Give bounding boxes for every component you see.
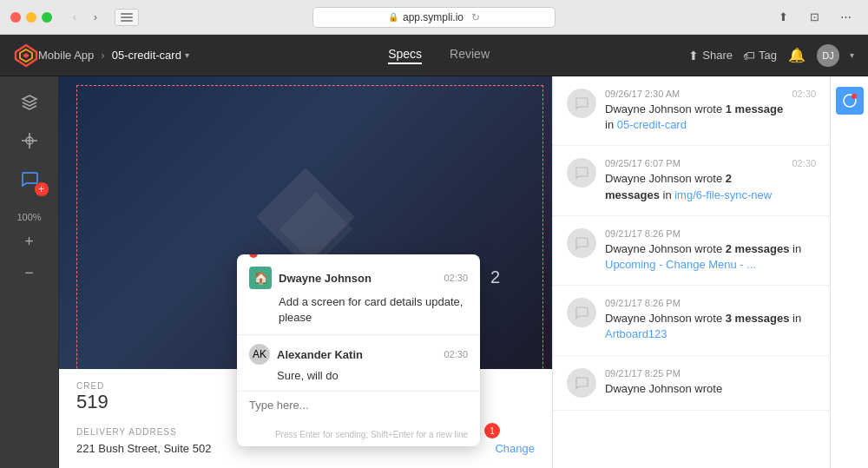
activity-content: 09/21/17 8:26 PM Dwayne Johnson wrote 3 … <box>605 298 816 342</box>
activity-link[interactable]: Upcoming - Change Menu - ... <box>605 258 756 271</box>
tag-label: Tag <box>759 49 777 62</box>
list-item: 09/21/17 8:26 PM Dwayne Johnson wrote 2 … <box>553 216 830 286</box>
reply-avatar: AK <box>249 344 270 365</box>
activity-text: Dwayne Johnson wrote 2 messages in Upcom… <box>605 241 816 273</box>
comment-user: 🏠 Dwayne Johnson <box>249 267 372 289</box>
left-sidebar: + 100% + − <box>0 76 59 468</box>
more-icon[interactable]: ⋯ <box>833 9 858 26</box>
toolbar-tabs: Specs Review <box>189 47 688 64</box>
activity-feed: 09/26/17 2:30 AM Dwayne Johnson wrote 1 … <box>553 76 830 468</box>
svg-marker-6 <box>23 96 36 102</box>
list-item: 09/25/17 6:07 PM Dwayne Johnson wrote 2 … <box>553 146 830 215</box>
titlebar: ‹ › 🔒 app.sympli.io ↻ ⬆ ⊡ ⋯ <box>0 0 868 35</box>
right-panel: 09/26/17 2:30 AM Dwayne Johnson wrote 1 … <box>552 76 830 468</box>
refresh-icon[interactable]: ↻ <box>471 11 480 23</box>
zoom-in-button[interactable]: + <box>16 229 43 254</box>
reply-user: AK Alexander Katin <box>249 344 363 365</box>
share-icon: ⬆ <box>688 49 699 63</box>
activity-side-time: 02:30 <box>792 158 816 168</box>
far-right-bar <box>830 76 868 468</box>
activity-content: 09/21/17 8:25 PM Dwayne Johnson wrote <box>605 368 722 397</box>
activity-time: 09/25/17 6:07 PM <box>605 158 783 168</box>
breadcrumb-separator: › <box>101 49 104 62</box>
comment-header: 🏠 Dwayne Johnson 02:30 <box>249 267 468 289</box>
reply-header: AK Alexander Katin 02:30 <box>249 344 468 365</box>
activity-side-time: 02:30 <box>792 89 816 99</box>
comment-time: 02:30 <box>444 273 468 283</box>
activity-avatar <box>567 89 596 118</box>
activity-time: 09/21/17 8:26 PM <box>605 228 816 239</box>
nav-arrows: ‹ › <box>66 9 104 26</box>
close-button[interactable] <box>10 12 21 23</box>
crosshair-tool[interactable] <box>12 125 47 156</box>
change-link[interactable]: Change <box>495 442 535 455</box>
comment-input-area[interactable]: Press Enter for sending; Shift+Enter for… <box>237 391 480 446</box>
tab-specs[interactable]: Specs <box>388 47 422 64</box>
layers-tool[interactable] <box>12 87 47 118</box>
svg-rect-1 <box>121 16 133 18</box>
comment-tool[interactable]: + <box>12 163 47 194</box>
tab-review[interactable]: Review <box>450 47 490 64</box>
card-number-display: 2 <box>490 267 500 287</box>
reply-section: AK Alexander Katin 02:30 Sure, will do <box>237 334 480 391</box>
activity-time: 09/26/17 2:30 AM <box>605 89 783 99</box>
activity-avatar <box>567 298 596 327</box>
notification-icon[interactable]: 🔔 <box>787 46 806 65</box>
fullscreen-icon[interactable]: ⊡ <box>802 9 826 26</box>
activity-content: 09/26/17 2:30 AM Dwayne Johnson wrote 1 … <box>605 89 783 133</box>
activity-avatar <box>567 368 596 398</box>
tag-button[interactable]: 🏷 Tag <box>743 49 777 63</box>
breadcrumb: Mobile App › 05-credit-card ▾ <box>38 49 189 62</box>
comment-body: 🏠 Dwayne Johnson 02:30 Add a screen for … <box>237 254 480 334</box>
toolbar-right: ⬆ Share 🏷 Tag 🔔 DJ ▾ <box>688 44 854 67</box>
back-button[interactable]: ‹ <box>66 9 83 26</box>
comment-text: Add a screen for card details update, pl… <box>249 294 468 326</box>
list-item: 09/21/17 8:26 PM Dwayne Johnson wrote 3 … <box>553 286 830 355</box>
current-file-name: 05-credit-card <box>112 49 181 62</box>
share-button[interactable]: ⬆ Share <box>688 49 733 63</box>
minimize-button[interactable] <box>26 12 36 23</box>
list-item: 09/21/17 8:25 PM Dwayne Johnson wrote <box>553 356 830 411</box>
activity-link[interactable]: 05-credit-card <box>617 118 687 131</box>
titlebar-right: ⬆ ⊡ ⋯ <box>771 9 858 26</box>
comment-popup: 🏠 Dwayne Johnson 02:30 Add a screen for … <box>237 254 480 446</box>
activity-text: Dwayne Johnson wrote 3 messages in Artbo… <box>605 311 816 342</box>
list-item: 09/26/17 2:30 AM Dwayne Johnson wrote 1 … <box>553 76 830 146</box>
app-toolbar: Mobile App › 05-credit-card ▾ Specs Revi… <box>0 35 868 76</box>
breadcrumb-project[interactable]: Mobile App <box>38 49 94 62</box>
activity-text: Dwayne Johnson wrote 2 messages in img/6… <box>605 171 783 202</box>
activity-time: 09/21/17 8:25 PM <box>605 368 722 379</box>
activity-avatar <box>567 158 596 188</box>
zoom-level: 100% <box>16 212 41 222</box>
maximize-button[interactable] <box>42 12 52 23</box>
comment-input[interactable] <box>249 399 468 425</box>
account-chevron: ▾ <box>850 50 854 60</box>
change-badge: 1 <box>484 423 500 438</box>
share-label: Share <box>702 49 733 62</box>
tab-icon <box>115 9 139 26</box>
zoom-out-button[interactable]: − <box>16 260 43 285</box>
forward-button[interactable]: › <box>87 9 104 26</box>
address-bar[interactable]: 🔒 app.sympli.io ↻ <box>312 7 556 28</box>
svg-rect-2 <box>121 20 133 22</box>
input-hint: Press Enter for sending; Shift+Enter for… <box>249 430 468 439</box>
breadcrumb-current[interactable]: 05-credit-card ▾ <box>112 49 189 62</box>
activity-icon[interactable] <box>836 87 864 115</box>
user-avatar[interactable]: DJ <box>817 44 839 67</box>
app-logo <box>14 43 38 68</box>
activity-content: 09/21/17 8:26 PM Dwayne Johnson wrote 2 … <box>605 228 816 273</box>
activity-link[interactable]: Artboard123 <box>605 327 667 340</box>
comment-add-badge: + <box>35 182 49 196</box>
credit-label: CRED <box>76 381 108 391</box>
activity-text: Dwayne Johnson wrote <box>605 381 722 397</box>
lock-icon: 🔒 <box>388 12 398 22</box>
activity-link[interactable]: img/6-file-sync-new <box>674 188 772 201</box>
activity-avatar <box>567 228 596 258</box>
delivery-address: 221 Bush Street, Suite 502 <box>76 442 211 455</box>
canvas-area[interactable]: 2 CRED 519 DELIVERY ADDRESS 221 Bush Str… <box>59 76 552 468</box>
svg-marker-5 <box>23 53 30 58</box>
reply-name: Alexander Katin <box>277 348 363 361</box>
tag-icon: 🏷 <box>743 49 755 63</box>
share-titlebar-icon[interactable]: ⬆ <box>771 9 795 26</box>
activity-time: 09/21/17 8:26 PM <box>605 298 816 308</box>
